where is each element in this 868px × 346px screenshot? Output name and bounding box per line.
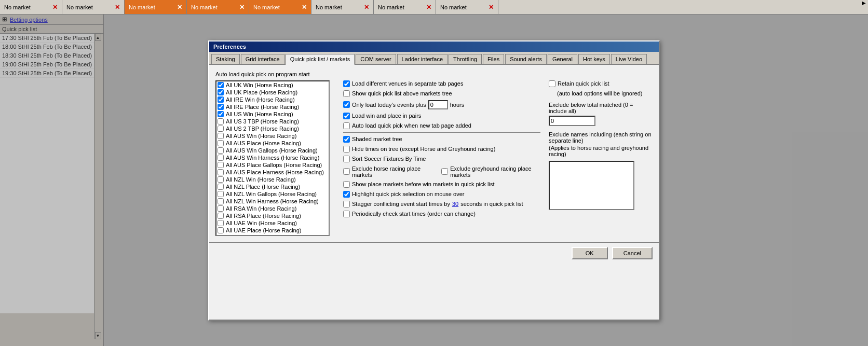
checkbox-retain-qpl[interactable] <box>549 80 555 87</box>
tab-throttling-label: Throttling <box>453 56 477 62</box>
tab-ladder[interactable]: Ladder interface <box>397 54 448 64</box>
checkbox-only-today[interactable] <box>343 101 350 108</box>
list-box-item: All AUS Place (Horse Racing) <box>216 140 329 147</box>
list-item-checkbox[interactable] <box>218 140 224 146</box>
option-show-above-tree: Show quick pick list above markets tree <box>343 90 540 97</box>
list-item-checkbox[interactable] <box>218 184 224 190</box>
tab-staking-label: Staking <box>216 56 235 62</box>
exclude-names-textarea[interactable] <box>549 161 634 210</box>
tab-general[interactable]: General <box>548 54 577 64</box>
ok-button[interactable]: OK <box>572 247 608 259</box>
tab-expand-button[interactable]: ▶ <box>860 0 868 14</box>
list-box-item: All US 2 TBP (Horse Racing) <box>216 125 329 132</box>
checkbox-show-above-tree[interactable] <box>343 90 350 97</box>
quick-pick-listbox[interactable]: All UK Win (Horse Racing)All UK Place (H… <box>215 80 330 236</box>
list-item-checkbox[interactable] <box>218 162 224 168</box>
checkbox-periodically-check[interactable] <box>343 211 350 217</box>
list-item-label: All UK Win (Horse Racing) <box>226 82 293 88</box>
list-box-item: All AUS Place Gallops (Horse Racing) <box>216 161 329 169</box>
top-tab-2[interactable]: No market ✕ <box>125 0 187 14</box>
list-item-checkbox[interactable] <box>218 198 224 204</box>
tab-throttling[interactable]: Throttling <box>449 54 482 64</box>
exclude-total-input[interactable] <box>549 116 595 126</box>
top-tab-close-7[interactable]: ✕ <box>489 4 494 11</box>
list-item-checkbox[interactable] <box>218 213 224 219</box>
list-box-item: All NZL Place (Horse Racing) <box>216 183 329 190</box>
list-item-checkbox[interactable] <box>218 169 224 175</box>
label-shaded-tree: Shaded market tree <box>352 136 402 142</box>
exclude-names-label: Exclude names including (each string on … <box>549 131 653 144</box>
tab-sound-label: Sound alerts <box>510 56 542 62</box>
top-tab-close-6[interactable]: ✕ <box>426 4 431 11</box>
tab-hotkeys[interactable]: Hot keys <box>578 54 610 64</box>
checkbox-load-win-place[interactable] <box>343 113 350 119</box>
tab-files-label: Files <box>487 56 499 62</box>
cancel-button[interactable]: Cancel <box>612 247 653 259</box>
top-tab-3[interactable]: No market ✕ <box>187 0 249 14</box>
stagger-value[interactable]: 30 <box>452 201 458 207</box>
list-item-checkbox[interactable] <box>218 155 224 161</box>
list-box-item: All NZL Win (Horse Racing) <box>216 176 329 183</box>
tab-com-server[interactable]: COM server <box>356 54 396 64</box>
top-tab-close-1[interactable]: ✕ <box>115 4 120 11</box>
checkbox-exclude-greyhound[interactable] <box>441 168 448 175</box>
checkbox-sort-soccer[interactable] <box>343 156 350 162</box>
tab-files[interactable]: Files <box>483 54 504 64</box>
top-tab-5[interactable]: No market ✕ <box>311 0 374 14</box>
list-item-checkbox[interactable] <box>218 111 224 117</box>
list-item-label: All IRE Win (Horse Racing) <box>226 96 295 103</box>
top-tab-close-5[interactable]: ✕ <box>364 4 369 11</box>
tab-grid-interface[interactable]: Grid interface <box>241 54 284 64</box>
list-item-checkbox[interactable] <box>218 191 224 197</box>
top-tab-7[interactable]: No market ✕ <box>436 0 498 14</box>
checkbox-highlight-qp[interactable] <box>343 191 350 198</box>
exclude-total-label: Exclude below total matched (0 = include… <box>549 102 653 114</box>
list-item-checkbox[interactable] <box>218 89 224 95</box>
option-periodically-check: Periodically check start times (order ca… <box>343 211 540 217</box>
list-item-checkbox[interactable] <box>218 126 224 132</box>
dialog-title-text: Preferences <box>213 44 246 50</box>
checkbox-stagger[interactable] <box>343 201 350 207</box>
label-stagger-pre: Stagger conflicting event start times by <box>352 201 450 207</box>
tab-livevideo[interactable]: Live Video <box>611 54 647 64</box>
tab-staking[interactable]: Staking <box>211 54 240 64</box>
list-item-checkbox[interactable] <box>218 82 224 88</box>
list-item-checkbox[interactable] <box>218 118 224 124</box>
checkbox-load-diff-venues[interactable] <box>343 80 350 87</box>
checkbox-show-place-before[interactable] <box>343 181 350 188</box>
list-item-checkbox[interactable] <box>218 176 224 183</box>
tab-quick-pick[interactable]: Quick pick list / markets <box>286 54 355 65</box>
checkbox-shaded-tree[interactable] <box>343 136 350 143</box>
list-box-item: All US 3 TBP (Horse Racing) <box>216 118 329 125</box>
list-item-checkbox[interactable] <box>218 133 224 139</box>
tab-sound[interactable]: Sound alerts <box>505 54 547 64</box>
option-auto-load-new-tab: Auto load quick pick when new tab page a… <box>343 122 540 129</box>
list-box-item: All US Win (Horse Racing) <box>216 110 329 118</box>
top-tab-1[interactable]: No market ✕ <box>62 0 125 14</box>
top-tab-close-0[interactable]: ✕ <box>52 4 58 11</box>
top-tab-4[interactable]: No market ✕ <box>249 0 311 14</box>
list-item-label: All AUS Win Gallops (Horse Racing) <box>226 147 318 154</box>
checkbox-auto-load-new-tab[interactable] <box>343 122 350 129</box>
top-tab-0[interactable]: No market ✕ <box>0 0 62 14</box>
hours-input[interactable] <box>428 100 448 109</box>
list-item-checkbox[interactable] <box>218 104 224 110</box>
list-item-checkbox[interactable] <box>218 147 224 154</box>
list-item-checkbox[interactable] <box>218 220 224 226</box>
list-item-checkbox[interactable] <box>218 205 224 212</box>
option-shaded-tree: Shaded market tree <box>343 136 540 143</box>
top-tab-6[interactable]: No market ✕ <box>374 0 436 14</box>
top-tab-label-7: No market <box>440 4 467 10</box>
tab-com-server-label: COM server <box>360 56 391 62</box>
top-tab-close-4[interactable]: ✕ <box>302 4 307 11</box>
top-tab-close-3[interactable]: ✕ <box>239 4 245 11</box>
list-column: All UK Win (Horse Racing)All UK Place (H… <box>215 80 335 236</box>
list-item-checkbox[interactable] <box>218 227 224 233</box>
top-tab-close-2[interactable]: ✕ <box>177 4 182 11</box>
list-box-item: All NZL Win Harness (Horse Racing) <box>216 198 329 205</box>
list-item-checkbox[interactable] <box>218 96 224 103</box>
dialog-footer: OK Cancel <box>209 242 659 264</box>
checkbox-hide-times[interactable] <box>343 146 350 153</box>
checkbox-exclude-horse[interactable] <box>343 168 350 175</box>
option-sort-soccer: Sort Soccer Fixtures By Time <box>343 156 540 162</box>
